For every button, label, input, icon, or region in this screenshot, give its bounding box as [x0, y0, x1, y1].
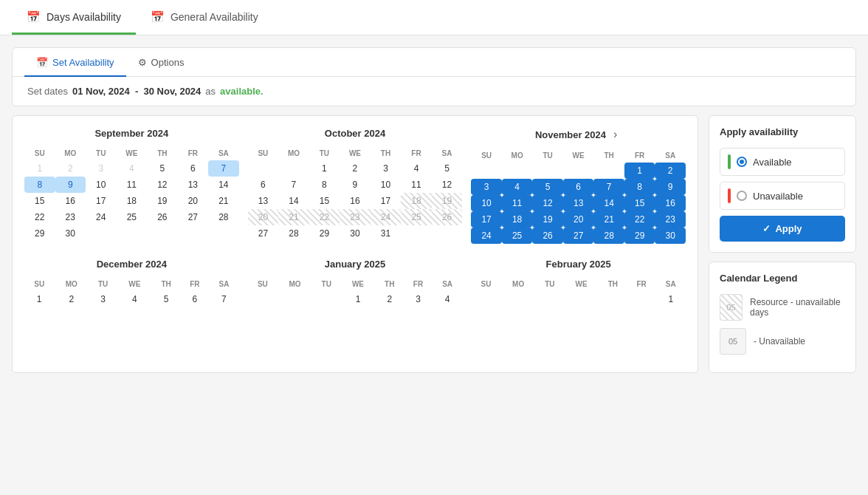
cal-cell[interactable]: 1	[24, 291, 54, 307]
cal-cell[interactable]: 23	[655, 211, 686, 228]
cal-cell[interactable]: 13	[248, 193, 279, 209]
cal-cell[interactable]: 12	[532, 195, 563, 211]
available-option[interactable]: Available	[720, 148, 845, 176]
cal-cell[interactable]: 20	[178, 193, 209, 209]
cal-cell[interactable]: 13	[563, 195, 594, 211]
sub-tab-options[interactable]: ⚙ Options	[126, 48, 196, 77]
cal-cell[interactable]: 17	[371, 193, 402, 209]
cal-cell[interactable]: 20	[563, 211, 594, 228]
cal-cell[interactable]: 24	[371, 209, 402, 225]
cal-cell[interactable]: 15	[624, 195, 655, 211]
cal-cell[interactable]: 17	[86, 193, 117, 209]
cal-cell[interactable]: 27	[563, 228, 594, 244]
cal-cell[interactable]: 1	[341, 291, 376, 307]
cal-cell[interactable]: 29	[624, 228, 655, 244]
cal-cell[interactable]: 16	[340, 193, 371, 209]
cal-cell[interactable]: 23	[340, 209, 371, 225]
cal-cell[interactable]: 5	[152, 291, 181, 307]
cal-cell[interactable]: 27	[178, 209, 209, 225]
cal-cell[interactable]: 18	[401, 193, 432, 209]
cal-cell[interactable]: 4	[117, 291, 152, 307]
cal-cell[interactable]: 6	[248, 177, 279, 193]
cal-cell[interactable]: 24	[471, 228, 502, 244]
cal-cell[interactable]: 23	[55, 209, 86, 225]
cal-cell[interactable]: 4	[117, 160, 148, 177]
cal-cell[interactable]: 19	[147, 193, 178, 209]
cal-cell[interactable]: 22	[624, 211, 655, 228]
cal-cell[interactable]: 24	[86, 209, 117, 225]
cal-cell[interactable]: 3	[371, 160, 402, 177]
cal-cell[interactable]: 12	[147, 177, 178, 193]
cal-cell[interactable]: 10	[86, 177, 117, 193]
cal-cell[interactable]: 25	[117, 209, 148, 225]
cal-cell[interactable]: 29	[24, 225, 55, 242]
cal-cell[interactable]: 3	[471, 179, 502, 195]
cal-cell[interactable]: 14	[593, 195, 624, 211]
unavailable-radio[interactable]	[737, 191, 747, 201]
tab-days-availability[interactable]: 📅 Days Availability	[12, 0, 136, 35]
cal-cell[interactable]: 29	[309, 225, 340, 242]
unavailable-option[interactable]: Unavailable	[720, 182, 845, 210]
cal-cell[interactable]: 2	[340, 160, 371, 177]
cal-cell[interactable]: 2	[54, 291, 89, 307]
cal-cell[interactable]: 30	[55, 225, 86, 242]
cal-cell[interactable]: 7	[593, 179, 624, 195]
cal-cell[interactable]: 6	[178, 160, 209, 177]
cal-cell[interactable]: 10	[471, 195, 502, 211]
cal-cell[interactable]: 28	[208, 209, 239, 225]
cal-cell[interactable]: 1	[24, 160, 55, 177]
cal-cell[interactable]: 9	[340, 177, 371, 193]
cal-cell[interactable]: 14	[278, 193, 309, 209]
cal-cell[interactable]: 21	[208, 193, 239, 209]
cal-cell[interactable]: 11	[502, 195, 533, 211]
cal-cell[interactable]: 4	[433, 291, 462, 307]
cal-cell[interactable]: 3	[86, 160, 117, 177]
cal-cell[interactable]: 5	[147, 160, 178, 177]
cal-cell[interactable]: 6	[180, 291, 209, 307]
cal-cell[interactable]: 8	[309, 177, 340, 193]
cal-cell[interactable]: 10	[371, 177, 402, 193]
cal-cell[interactable]: 3	[89, 291, 117, 307]
cal-cell[interactable]: 30	[655, 228, 686, 244]
cal-cell[interactable]: 28	[278, 225, 309, 242]
cal-cell[interactable]: 20	[248, 209, 279, 225]
cal-cell[interactable]: 1	[309, 160, 340, 177]
cal-cell[interactable]: 3	[404, 291, 433, 307]
cal-cell[interactable]: 7	[208, 160, 239, 177]
cal-cell[interactable]: 17	[471, 211, 502, 228]
tab-general-availability[interactable]: 📅 General Availability	[136, 0, 273, 35]
cal-cell[interactable]: 8	[624, 179, 655, 195]
cal-cell[interactable]: 19	[532, 211, 563, 228]
cal-cell[interactable]: 31	[371, 225, 402, 242]
cal-cell[interactable]: 12	[432, 177, 463, 193]
cal-cell[interactable]: 19	[432, 193, 463, 209]
cal-cell[interactable]: 1	[624, 163, 655, 179]
cal-cell[interactable]: 21	[278, 209, 309, 225]
cal-cell[interactable]: 2	[375, 291, 404, 307]
cal-cell[interactable]: 11	[401, 177, 432, 193]
cal-cell[interactable]: 8	[24, 177, 55, 193]
cal-cell[interactable]: 7	[278, 177, 309, 193]
cal-cell[interactable]: 28	[593, 228, 624, 244]
cal-cell[interactable]: 6	[563, 179, 594, 195]
cal-cell[interactable]: 2	[655, 163, 686, 179]
sub-tab-set-availability[interactable]: 📅 Set Availability	[24, 48, 126, 77]
cal-cell[interactable]: 1	[656, 291, 686, 307]
cal-cell[interactable]: 22	[24, 209, 55, 225]
cal-cell[interactable]: 7	[209, 291, 238, 307]
cal-cell[interactable]: 27	[248, 225, 279, 242]
cal-cell[interactable]: 15	[24, 193, 55, 209]
cal-cell[interactable]: 5	[432, 160, 463, 177]
cal-cell[interactable]: 18	[502, 211, 533, 228]
cal-cell[interactable]: 21	[593, 211, 624, 228]
cal-cell[interactable]: 25	[401, 209, 432, 225]
cal-cell[interactable]: 2	[55, 160, 86, 177]
cal-cell[interactable]: 25	[502, 228, 533, 244]
cal-cell[interactable]: 26	[432, 209, 463, 225]
cal-cell[interactable]: 15	[309, 193, 340, 209]
cal-cell[interactable]: 14	[208, 177, 239, 193]
cal-cell[interactable]: 26	[147, 209, 178, 225]
cal-cell[interactable]: 16	[55, 193, 86, 209]
available-radio[interactable]	[737, 157, 747, 167]
cal-cell[interactable]: 18	[117, 193, 148, 209]
